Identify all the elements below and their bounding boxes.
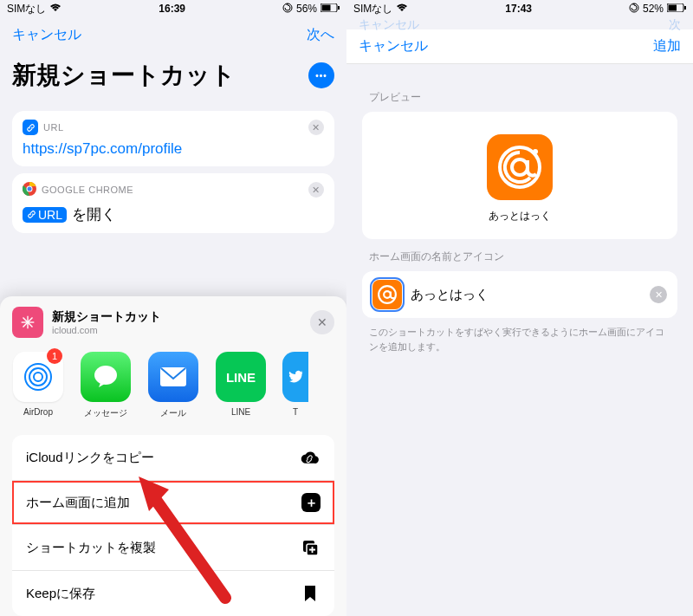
page-title: 新規ショートカット bbox=[12, 59, 236, 92]
battery-icon bbox=[667, 3, 686, 15]
cancel-button[interactable]: キャンセル bbox=[359, 37, 428, 55]
battery-percent: 56% bbox=[296, 3, 317, 15]
share-app-row: 1 AirDrop メッセージ メール LINE LINE bbox=[0, 348, 346, 428]
clear-text-button[interactable]: ✕ bbox=[650, 286, 667, 303]
name-section-label: ホーム画面の名前とアイコン bbox=[369, 250, 677, 264]
preview-section-label: プレビュー bbox=[369, 90, 677, 105]
duplicate-icon bbox=[300, 537, 321, 558]
line-app[interactable]: LINE LINE bbox=[215, 352, 267, 419]
save-to-keep[interactable]: Keepに保存 bbox=[12, 571, 334, 616]
url-value[interactable]: https://sp7pc.com/profile bbox=[23, 140, 324, 158]
svg-point-27 bbox=[379, 286, 396, 303]
shortcut-name-input[interactable]: あっとはっく bbox=[411, 287, 641, 303]
cloud-link-icon bbox=[300, 447, 321, 468]
svg-point-6 bbox=[28, 187, 32, 191]
share-action-list: iCloudリンクをコピー ホーム画面に追加 ＋ ショートカットを複製 Keep… bbox=[12, 435, 334, 616]
twitter-app[interactable]: T bbox=[282, 352, 308, 419]
add-to-home-screen[interactable]: ホーム画面に追加 ＋ bbox=[12, 481, 334, 525]
messages-icon bbox=[81, 352, 131, 402]
svg-rect-2 bbox=[321, 5, 330, 11]
preview-card: あっとはっく bbox=[362, 112, 677, 239]
messages-app[interactable]: メッセージ bbox=[80, 352, 132, 419]
url-badge: URL bbox=[23, 207, 67, 223]
sim-status: SIMなし bbox=[353, 2, 392, 16]
airdrop-app[interactable]: 1 AirDrop bbox=[12, 352, 64, 419]
battery-icon bbox=[321, 3, 340, 15]
name-input-card: あっとはっく ✕ bbox=[362, 271, 677, 318]
next-button[interactable]: 次へ bbox=[307, 26, 334, 44]
preview-app-name: あっとはっく bbox=[489, 209, 551, 224]
share-subtitle: icloud.com bbox=[52, 325, 161, 335]
wifi-icon bbox=[49, 3, 62, 15]
wifi-icon bbox=[396, 3, 408, 15]
share-title: 新規ショートカット bbox=[52, 309, 161, 325]
share-thumbnail-icon bbox=[12, 307, 43, 338]
plus-icon: ＋ bbox=[301, 493, 321, 512]
time: 17:43 bbox=[505, 3, 532, 15]
link-icon bbox=[23, 120, 38, 135]
svg-point-12 bbox=[29, 368, 47, 386]
right-screenshot: SIMなし 17:43 52% キャンセル次 キャンセル 追加 プレビュー bbox=[346, 0, 693, 616]
svg-rect-23 bbox=[684, 6, 686, 10]
line-icon: LINE bbox=[216, 352, 266, 402]
rotation-lock-icon bbox=[282, 3, 293, 16]
svg-point-28 bbox=[384, 291, 391, 298]
left-screenshot: SIMなし 16:39 56% キャンセル 次へ 新規ショートカット ••• bbox=[0, 0, 346, 616]
svg-point-25 bbox=[512, 159, 528, 175]
sim-status: SIMなし bbox=[7, 2, 46, 16]
chrome-label: GOOGLE CHROME bbox=[42, 185, 133, 195]
mail-app[interactable]: メール bbox=[147, 352, 199, 419]
duplicate-shortcut[interactable]: ショートカットを複製 bbox=[12, 525, 334, 571]
preview-app-icon bbox=[487, 134, 553, 200]
badge-count: 1 bbox=[47, 348, 62, 364]
svg-point-26 bbox=[533, 149, 538, 154]
svg-point-14 bbox=[94, 366, 117, 385]
twitter-icon bbox=[282, 352, 308, 402]
status-bar: SIMなし 16:39 56% bbox=[0, 0, 346, 17]
time: 16:39 bbox=[159, 3, 185, 15]
rotation-lock-icon bbox=[629, 3, 639, 16]
more-button[interactable]: ••• bbox=[308, 62, 334, 88]
url-label: URL bbox=[43, 122, 64, 133]
bookmark-icon bbox=[300, 583, 321, 604]
svg-rect-3 bbox=[338, 6, 340, 10]
clear-icon[interactable]: ✕ bbox=[308, 120, 324, 135]
svg-point-11 bbox=[34, 373, 42, 381]
share-sheet: 新規ショートカット icloud.com ✕ 1 AirDrop メッセージ bbox=[0, 296, 346, 616]
battery-percent: 52% bbox=[643, 3, 664, 15]
title-row: 新規ショートカット ••• bbox=[0, 52, 346, 104]
nav-bar: キャンセル 次へ bbox=[0, 17, 346, 52]
svg-rect-22 bbox=[668, 5, 677, 11]
chrome-icon bbox=[23, 182, 36, 198]
mail-icon bbox=[148, 352, 198, 402]
clear-icon[interactable]: ✕ bbox=[308, 182, 324, 198]
add-button[interactable]: 追加 bbox=[653, 37, 681, 55]
chrome-action-card[interactable]: GOOGLE CHROME ✕ URL を開く bbox=[12, 173, 334, 233]
close-button[interactable]: ✕ bbox=[310, 310, 334, 334]
url-action-card[interactable]: URL ✕ https://sp7pc.com/profile bbox=[12, 111, 334, 166]
open-action-text: を開く bbox=[72, 204, 116, 224]
cancel-button[interactable]: キャンセル bbox=[12, 26, 81, 44]
status-bar: SIMなし 17:43 52% bbox=[346, 0, 693, 17]
help-text: このショートカットをすばやく実行できるようにホーム画面にアイコンを追加します。 bbox=[369, 325, 670, 353]
modal-nav-bar: キャンセル 追加 bbox=[346, 29, 693, 64]
editable-icon[interactable] bbox=[372, 280, 402, 309]
copy-icloud-link[interactable]: iCloudリンクをコピー bbox=[12, 435, 334, 481]
modal-sheet: キャンセル 追加 プレビュー あっとはっく bbox=[346, 29, 693, 601]
